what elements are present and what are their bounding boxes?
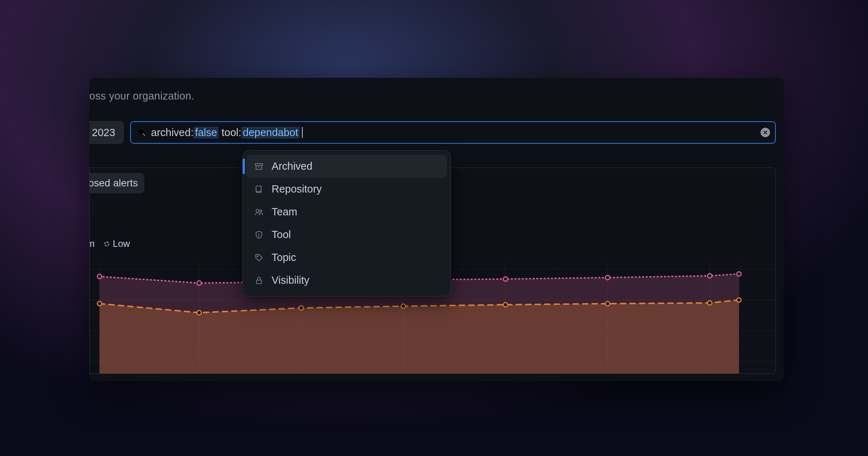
text-cursor [302, 127, 303, 138]
svg-point-17 [503, 277, 508, 281]
svg-point-26 [605, 301, 610, 306]
svg-rect-29 [255, 164, 263, 165]
legend-item-low: Low [104, 238, 130, 249]
svg-point-27 [707, 301, 712, 305]
date-filter-chip[interactable]: 2023 [89, 121, 124, 144]
close-icon [761, 128, 770, 137]
legend-marker-low [104, 241, 109, 246]
svg-point-30 [256, 209, 259, 212]
svg-point-14 [197, 281, 201, 285]
svg-point-33 [259, 236, 259, 237]
lock-icon [254, 276, 264, 285]
svg-point-24 [401, 304, 405, 308]
svg-point-20 [737, 272, 741, 276]
dropdown-item-archived[interactable]: Archived [246, 155, 447, 178]
tag-icon [254, 253, 264, 262]
search-query-text: archived:false tool:dependabot [151, 127, 756, 139]
svg-point-19 [707, 274, 712, 278]
team-icon [254, 207, 264, 217]
chart-legend: m Low [90, 238, 130, 249]
svg-point-34 [257, 256, 258, 257]
dropdown-item-label: Repository [272, 183, 322, 195]
archive-icon [254, 162, 264, 171]
dropdown-item-label: Team [272, 206, 297, 218]
svg-point-23 [299, 306, 303, 310]
search-filter-dropdown: Archived Repository Team Tool Topic Visi… [242, 150, 451, 296]
svg-point-25 [503, 303, 508, 307]
repo-icon [254, 185, 264, 194]
filter-row: 2023 archived:false tool:dependabot [89, 121, 776, 144]
svg-rect-35 [256, 280, 261, 284]
tab-closed-alerts[interactable]: losed alerts [89, 173, 144, 193]
clear-search-button[interactable] [761, 128, 770, 137]
dropdown-item-label: Tool [272, 229, 291, 241]
svg-point-21 [97, 301, 102, 306]
shield-icon [254, 230, 264, 240]
search-icon [137, 128, 146, 137]
dropdown-item-repository[interactable]: Repository [246, 178, 447, 200]
dropdown-item-label: Archived [272, 160, 312, 172]
chart-tabs: losed alerts [90, 173, 144, 193]
search-input[interactable]: archived:false tool:dependabot [130, 121, 776, 144]
legend-item-partial: m [89, 238, 95, 249]
page-subtitle-fragment: oss your organization. [89, 90, 194, 102]
dropdown-item-label: Topic [272, 252, 296, 263]
svg-point-18 [605, 275, 610, 280]
svg-point-0 [139, 129, 144, 134]
dropdown-item-team[interactable]: Team [246, 200, 447, 223]
svg-point-31 [260, 210, 262, 212]
dropdown-item-label: Visibility [272, 274, 309, 286]
dropdown-item-tool[interactable]: Tool [246, 223, 447, 246]
svg-point-22 [197, 311, 201, 315]
dropdown-item-visibility[interactable]: Visibility [246, 269, 447, 292]
svg-point-28 [737, 298, 741, 302]
svg-point-13 [97, 274, 102, 279]
dropdown-item-topic[interactable]: Topic [246, 246, 447, 269]
